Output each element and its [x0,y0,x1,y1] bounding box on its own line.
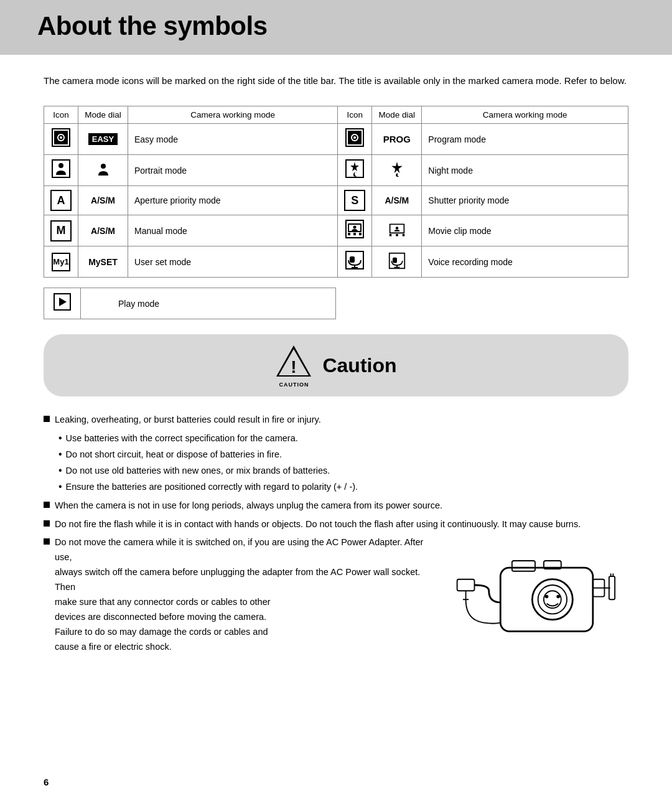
camera-cartoon-svg [454,529,616,641]
voice-mode-text: Voice recording mode [422,246,628,278]
col-camera-mode-2: Camera working mode [422,106,628,124]
night-dial [372,155,422,186]
svg-rect-53 [500,568,593,632]
svg-point-24 [353,226,357,229]
bullet-1-text: Leaking, overheating, or burst batteries… [55,413,321,428]
svg-marker-19 [391,162,403,173]
caution-title: Caution [322,354,396,377]
play-mode-row: Play mode [44,288,336,319]
manual-dial: A/S/M [78,215,128,246]
caution-box: ! CAUTION Caution [44,334,628,396]
bullet-4-line4: devices are disconnected before moving t… [55,612,266,622]
aperture-mode-text: Aperture priority mode [128,186,338,215]
icon-voice [338,246,372,278]
sub-bullet-1a-text: Use batteries with the correct specifica… [66,431,298,446]
myset-dial: MySET [78,246,128,278]
play-icon [53,293,72,311]
sub-bullet-1c-text: Do not use old batteries with new ones, … [66,464,330,479]
table-row: EASY Easy mode PROG Program m [44,124,628,155]
svg-point-30 [396,227,398,229]
easy-mode-text: Easy mode [128,124,338,155]
svg-text:!: ! [291,357,297,377]
icon-manual: M [44,215,78,246]
movie-icon-dial [388,221,406,238]
svg-rect-27 [359,233,362,235]
sub-bullet-1b-text: Do not short circuit, heat or dispose of… [66,448,282,462]
easy-camera-icon [51,128,71,148]
bullet-square-2 [44,502,50,508]
sub-bullet-1d: Ensure the batteries are positioned corr… [58,480,628,495]
col-mode-dial-2: Mode dial [372,106,422,124]
movie-dial [372,215,422,246]
icon-prog [338,124,372,155]
play-mode-icon [44,288,81,319]
manual-mode-text: Manual mode [128,215,338,246]
prog-dial: PROG [372,124,422,155]
play-mode-text: Play mode [81,288,336,319]
col-icon-2: Icon [338,106,372,124]
bullet-1: Leaking, overheating, or burst batteries… [44,413,628,428]
svg-rect-50 [457,579,475,591]
movie-icon [345,219,365,239]
icon-aperture: A [44,186,78,215]
svg-rect-57 [512,561,535,571]
bullet-4-text: Do not move the camera while it is switc… [44,535,442,658]
col-mode-dial-1: Mode dial [78,106,128,124]
night-icon-dial [388,161,406,178]
table-row: A A/S/M Aperture priority mode S A/S/M S… [44,186,628,215]
bullet-4-line1: Do not move the camera while it is switc… [55,537,423,562]
sub-bullet-1a: Use batteries with the correct specifica… [58,431,628,446]
voice-icon [345,250,365,270]
page-title: About the symbols [37,11,635,41]
camera-illustration [454,529,628,646]
aperture-dial: A/S/M [78,186,128,215]
prog-camera-icon [345,128,365,148]
bullet-4-line6: cause a fire or electric shock. [55,642,172,652]
svg-point-14 [58,163,63,168]
svg-point-55 [538,585,567,614]
svg-point-15 [101,164,106,169]
svg-point-11 [353,136,356,139]
page-header: About the symbols [0,0,672,55]
bullet-4-line3: make sure that any connector cords or ca… [55,597,271,607]
svg-rect-25 [348,233,350,235]
portrait-dial [78,155,128,186]
sub-bullet-1b: Do not short circuit, heat or dispose of… [58,448,628,462]
night-mode-text: Night mode [422,155,628,186]
svg-point-59 [545,595,549,599]
bullet-4-section: Do not move the camera while it is switc… [44,535,628,658]
icon-shutter: S [338,186,372,215]
caution-icon: ! CAUTION [275,343,312,388]
caution-small-label: CAUTION [279,382,309,388]
bullet-square-1 [44,416,50,422]
page-content: The camera mode icons will be marked on … [0,55,672,683]
bullet-2: When the camera is not in use for long p… [44,499,628,513]
portrait-icon-left [51,159,71,179]
icon-portrait-left [44,155,78,186]
svg-rect-41 [393,258,397,263]
movie-mode-text: Movie clip mode [422,215,628,246]
svg-point-5 [60,136,62,139]
caution-triangle-icon: ! [275,343,312,380]
play-mode-table: Play mode [44,288,336,319]
svg-rect-31 [390,234,392,237]
icon-myset: My1 [44,246,78,278]
col-icon-1: Icon [44,106,78,124]
bullet-2-text: When the camera is not in use for long p… [55,499,442,513]
bullet-square-4 [44,538,50,545]
icon-night-left [338,155,372,186]
portrait-icon-dial [93,159,113,179]
svg-point-60 [556,595,560,599]
sub-bullet-1c: Do not use old batteries with new ones, … [58,464,628,479]
page-number: 6 [44,777,49,787]
table-row: M A/S/M Manual mode [44,215,628,246]
sub-bullet-1d-text: Ensure the batteries are positioned corr… [66,480,358,495]
shutter-mode-text: Shutter priority mode [422,186,628,215]
portrait-mode-text: Portrait mode [128,155,338,186]
easy-dial: EASY [78,124,128,155]
svg-rect-26 [353,233,356,235]
night-icon-box [345,159,365,179]
svg-rect-33 [403,234,405,237]
bullet-4-line2: always switch off the camera before unpl… [55,567,420,592]
modes-table: Icon Mode dial Camera working mode Icon … [44,106,628,278]
